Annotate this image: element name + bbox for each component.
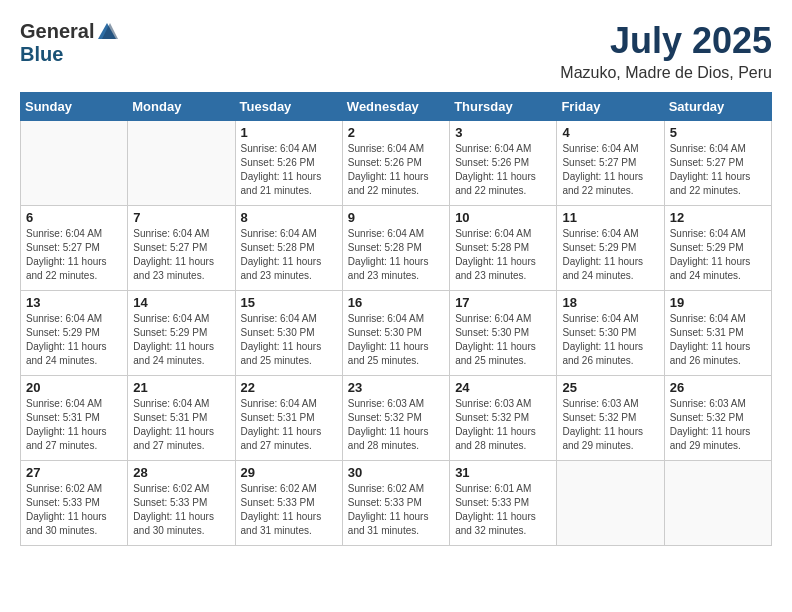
day-info: Sunrise: 6:01 AM Sunset: 5:33 PM Dayligh… xyxy=(455,482,551,538)
title-section: July 2025 Mazuko, Madre de Dios, Peru xyxy=(560,20,772,82)
calendar-week-2: 6Sunrise: 6:04 AM Sunset: 5:27 PM Daylig… xyxy=(21,206,772,291)
day-number: 5 xyxy=(670,125,766,140)
calendar-cell: 28Sunrise: 6:02 AM Sunset: 5:33 PM Dayli… xyxy=(128,461,235,546)
day-number: 15 xyxy=(241,295,337,310)
calendar-cell: 25Sunrise: 6:03 AM Sunset: 5:32 PM Dayli… xyxy=(557,376,664,461)
day-info: Sunrise: 6:04 AM Sunset: 5:29 PM Dayligh… xyxy=(26,312,122,368)
day-number: 8 xyxy=(241,210,337,225)
day-info: Sunrise: 6:02 AM Sunset: 5:33 PM Dayligh… xyxy=(348,482,444,538)
day-info: Sunrise: 6:03 AM Sunset: 5:32 PM Dayligh… xyxy=(670,397,766,453)
day-number: 29 xyxy=(241,465,337,480)
calendar-cell: 5Sunrise: 6:04 AM Sunset: 5:27 PM Daylig… xyxy=(664,121,771,206)
calendar-cell xyxy=(128,121,235,206)
calendar-cell: 22Sunrise: 6:04 AM Sunset: 5:31 PM Dayli… xyxy=(235,376,342,461)
day-number: 18 xyxy=(562,295,658,310)
calendar-cell: 17Sunrise: 6:04 AM Sunset: 5:30 PM Dayli… xyxy=(450,291,557,376)
calendar-cell: 19Sunrise: 6:04 AM Sunset: 5:31 PM Dayli… xyxy=(664,291,771,376)
calendar-cell: 23Sunrise: 6:03 AM Sunset: 5:32 PM Dayli… xyxy=(342,376,449,461)
day-number: 4 xyxy=(562,125,658,140)
day-info: Sunrise: 6:04 AM Sunset: 5:29 PM Dayligh… xyxy=(670,227,766,283)
column-header-sunday: Sunday xyxy=(21,93,128,121)
day-number: 27 xyxy=(26,465,122,480)
day-info: Sunrise: 6:04 AM Sunset: 5:26 PM Dayligh… xyxy=(348,142,444,198)
day-number: 21 xyxy=(133,380,229,395)
calendar-cell: 7Sunrise: 6:04 AM Sunset: 5:27 PM Daylig… xyxy=(128,206,235,291)
location-subtitle: Mazuko, Madre de Dios, Peru xyxy=(560,64,772,82)
day-number: 16 xyxy=(348,295,444,310)
day-number: 17 xyxy=(455,295,551,310)
day-info: Sunrise: 6:04 AM Sunset: 5:31 PM Dayligh… xyxy=(26,397,122,453)
day-number: 19 xyxy=(670,295,766,310)
month-year-title: July 2025 xyxy=(560,20,772,62)
column-header-saturday: Saturday xyxy=(664,93,771,121)
calendar-header-row: SundayMondayTuesdayWednesdayThursdayFrid… xyxy=(21,93,772,121)
day-info: Sunrise: 6:04 AM Sunset: 5:31 PM Dayligh… xyxy=(133,397,229,453)
column-header-thursday: Thursday xyxy=(450,93,557,121)
page-header: General Blue July 2025 Mazuko, Madre de … xyxy=(20,20,772,82)
logo: General Blue xyxy=(20,20,118,66)
day-number: 30 xyxy=(348,465,444,480)
day-info: Sunrise: 6:03 AM Sunset: 5:32 PM Dayligh… xyxy=(455,397,551,453)
calendar-cell: 6Sunrise: 6:04 AM Sunset: 5:27 PM Daylig… xyxy=(21,206,128,291)
day-info: Sunrise: 6:04 AM Sunset: 5:26 PM Dayligh… xyxy=(241,142,337,198)
day-number: 6 xyxy=(26,210,122,225)
day-number: 9 xyxy=(348,210,444,225)
calendar-cell: 10Sunrise: 6:04 AM Sunset: 5:28 PM Dayli… xyxy=(450,206,557,291)
day-info: Sunrise: 6:04 AM Sunset: 5:27 PM Dayligh… xyxy=(562,142,658,198)
day-info: Sunrise: 6:03 AM Sunset: 5:32 PM Dayligh… xyxy=(348,397,444,453)
calendar-cell xyxy=(21,121,128,206)
column-header-friday: Friday xyxy=(557,93,664,121)
calendar-table: SundayMondayTuesdayWednesdayThursdayFrid… xyxy=(20,92,772,546)
calendar-cell: 18Sunrise: 6:04 AM Sunset: 5:30 PM Dayli… xyxy=(557,291,664,376)
calendar-cell: 29Sunrise: 6:02 AM Sunset: 5:33 PM Dayli… xyxy=(235,461,342,546)
day-info: Sunrise: 6:04 AM Sunset: 5:29 PM Dayligh… xyxy=(562,227,658,283)
calendar-week-3: 13Sunrise: 6:04 AM Sunset: 5:29 PM Dayli… xyxy=(21,291,772,376)
logo-icon xyxy=(96,21,118,43)
calendar-cell xyxy=(557,461,664,546)
day-number: 28 xyxy=(133,465,229,480)
calendar-cell: 13Sunrise: 6:04 AM Sunset: 5:29 PM Dayli… xyxy=(21,291,128,376)
calendar-cell: 26Sunrise: 6:03 AM Sunset: 5:32 PM Dayli… xyxy=(664,376,771,461)
day-number: 10 xyxy=(455,210,551,225)
calendar-cell: 3Sunrise: 6:04 AM Sunset: 5:26 PM Daylig… xyxy=(450,121,557,206)
day-number: 24 xyxy=(455,380,551,395)
day-info: Sunrise: 6:04 AM Sunset: 5:30 PM Dayligh… xyxy=(348,312,444,368)
calendar-cell: 12Sunrise: 6:04 AM Sunset: 5:29 PM Dayli… xyxy=(664,206,771,291)
day-number: 1 xyxy=(241,125,337,140)
day-info: Sunrise: 6:04 AM Sunset: 5:28 PM Dayligh… xyxy=(241,227,337,283)
calendar-cell: 15Sunrise: 6:04 AM Sunset: 5:30 PM Dayli… xyxy=(235,291,342,376)
calendar-cell: 27Sunrise: 6:02 AM Sunset: 5:33 PM Dayli… xyxy=(21,461,128,546)
day-info: Sunrise: 6:02 AM Sunset: 5:33 PM Dayligh… xyxy=(26,482,122,538)
day-info: Sunrise: 6:02 AM Sunset: 5:33 PM Dayligh… xyxy=(133,482,229,538)
column-header-tuesday: Tuesday xyxy=(235,93,342,121)
day-number: 31 xyxy=(455,465,551,480)
day-number: 22 xyxy=(241,380,337,395)
day-info: Sunrise: 6:03 AM Sunset: 5:32 PM Dayligh… xyxy=(562,397,658,453)
calendar-cell: 11Sunrise: 6:04 AM Sunset: 5:29 PM Dayli… xyxy=(557,206,664,291)
calendar-cell: 20Sunrise: 6:04 AM Sunset: 5:31 PM Dayli… xyxy=(21,376,128,461)
calendar-cell xyxy=(664,461,771,546)
logo-general-text: General xyxy=(20,20,94,43)
day-info: Sunrise: 6:04 AM Sunset: 5:29 PM Dayligh… xyxy=(133,312,229,368)
calendar-cell: 8Sunrise: 6:04 AM Sunset: 5:28 PM Daylig… xyxy=(235,206,342,291)
calendar-cell: 31Sunrise: 6:01 AM Sunset: 5:33 PM Dayli… xyxy=(450,461,557,546)
calendar-week-4: 20Sunrise: 6:04 AM Sunset: 5:31 PM Dayli… xyxy=(21,376,772,461)
calendar-week-5: 27Sunrise: 6:02 AM Sunset: 5:33 PM Dayli… xyxy=(21,461,772,546)
day-info: Sunrise: 6:04 AM Sunset: 5:28 PM Dayligh… xyxy=(455,227,551,283)
day-info: Sunrise: 6:04 AM Sunset: 5:27 PM Dayligh… xyxy=(26,227,122,283)
day-number: 13 xyxy=(26,295,122,310)
day-info: Sunrise: 6:02 AM Sunset: 5:33 PM Dayligh… xyxy=(241,482,337,538)
day-number: 3 xyxy=(455,125,551,140)
day-info: Sunrise: 6:04 AM Sunset: 5:26 PM Dayligh… xyxy=(455,142,551,198)
day-number: 12 xyxy=(670,210,766,225)
calendar-cell: 24Sunrise: 6:03 AM Sunset: 5:32 PM Dayli… xyxy=(450,376,557,461)
day-info: Sunrise: 6:04 AM Sunset: 5:31 PM Dayligh… xyxy=(241,397,337,453)
day-info: Sunrise: 6:04 AM Sunset: 5:30 PM Dayligh… xyxy=(455,312,551,368)
day-number: 26 xyxy=(670,380,766,395)
calendar-cell: 9Sunrise: 6:04 AM Sunset: 5:28 PM Daylig… xyxy=(342,206,449,291)
day-info: Sunrise: 6:04 AM Sunset: 5:31 PM Dayligh… xyxy=(670,312,766,368)
day-info: Sunrise: 6:04 AM Sunset: 5:30 PM Dayligh… xyxy=(562,312,658,368)
day-info: Sunrise: 6:04 AM Sunset: 5:27 PM Dayligh… xyxy=(670,142,766,198)
calendar-cell: 21Sunrise: 6:04 AM Sunset: 5:31 PM Dayli… xyxy=(128,376,235,461)
day-number: 14 xyxy=(133,295,229,310)
